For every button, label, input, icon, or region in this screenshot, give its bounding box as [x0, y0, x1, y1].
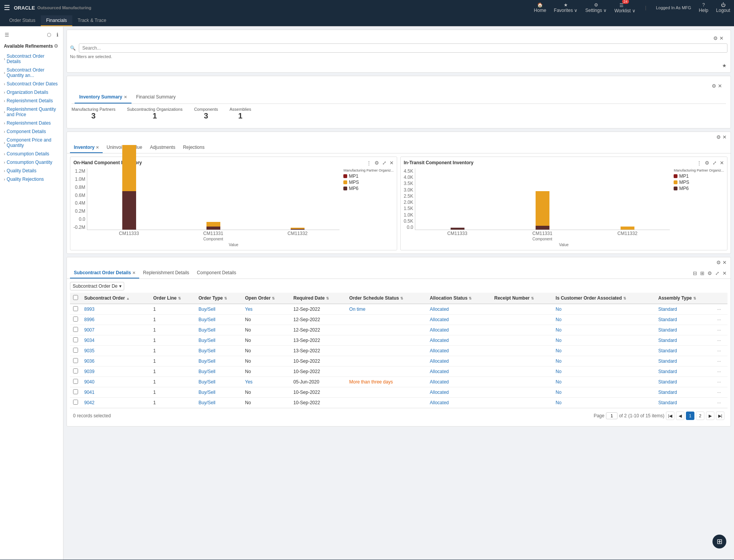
- customer-order-link[interactable]: No: [556, 379, 561, 385]
- row-customer-order[interactable]: No: [553, 377, 655, 387]
- view-select[interactable]: Subcontract Order De ▾: [70, 282, 124, 290]
- allocation-status-link[interactable]: Allocated: [430, 338, 449, 343]
- hamburger-button[interactable]: ☰: [4, 3, 10, 12]
- row-type[interactable]: Buy/Sell: [195, 325, 242, 335]
- row-allocation-status[interactable]: Allocated: [427, 304, 491, 315]
- row-menu-icon[interactable]: ···: [717, 348, 721, 353]
- sidebar-item-quality-rejections[interactable]: › Quality Rejections: [0, 175, 63, 183]
- row-actions[interactable]: ···: [714, 377, 727, 387]
- customer-order-link[interactable]: No: [556, 400, 561, 405]
- order-link[interactable]: 9041: [84, 390, 95, 395]
- tab-financials[interactable]: Financials: [41, 15, 72, 26]
- row-type[interactable]: Buy/Sell: [195, 346, 242, 356]
- row-type[interactable]: Buy/Sell: [195, 335, 242, 346]
- row-checkbox[interactable]: [73, 389, 78, 394]
- order-link[interactable]: 9035: [84, 348, 95, 353]
- row-order[interactable]: 9040: [81, 377, 150, 387]
- inv-tab-close-icon[interactable]: ✕: [96, 145, 99, 150]
- nav-worklist[interactable]: ☰24 Worklist ∨: [614, 2, 636, 13]
- fab-button[interactable]: ⊞: [712, 535, 726, 548]
- page-input[interactable]: [606, 412, 617, 419]
- sidebar-item-subcontract-order-dates[interactable]: › Subcontract Order Dates: [0, 80, 63, 88]
- row-customer-order[interactable]: No: [553, 335, 655, 346]
- assembly-type-link[interactable]: Standard: [658, 379, 677, 385]
- order-type-link[interactable]: Buy/Sell: [198, 307, 215, 312]
- assembly-type-link[interactable]: Standard: [658, 317, 677, 322]
- row-actions[interactable]: ···: [714, 335, 727, 346]
- row-assembly-type[interactable]: Standard: [655, 398, 714, 408]
- detail-tab-close-icon[interactable]: ✕: [132, 271, 135, 275]
- nav-settings[interactable]: ⚙ Settings ∨: [585, 2, 607, 13]
- tab-financial-summary[interactable]: Financial Summary: [131, 91, 180, 103]
- assembly-type-link[interactable]: Standard: [658, 348, 677, 353]
- allocation-status-link[interactable]: Allocated: [430, 327, 449, 333]
- sidebar-item-organization-details[interactable]: › Organization Details: [0, 88, 63, 97]
- select-all-checkbox[interactable]: [73, 295, 78, 300]
- order-link[interactable]: 9034: [84, 338, 95, 343]
- detail-tab-component[interactable]: Component Details: [193, 268, 240, 278]
- row-actions[interactable]: ···: [714, 356, 727, 367]
- row-checkbox[interactable]: [73, 368, 78, 373]
- filter-settings-icon[interactable]: ⚙: [712, 35, 719, 42]
- summary-settings-icon[interactable]: ⚙: [711, 82, 717, 90]
- sidebar-settings-button[interactable]: ⚙: [53, 42, 59, 50]
- col-order-line[interactable]: Order Line ⇅: [150, 293, 196, 304]
- row-assembly-type[interactable]: Standard: [655, 335, 714, 346]
- row-checkbox-cell[interactable]: [70, 335, 81, 346]
- page-2-button[interactable]: 2: [696, 412, 704, 420]
- row-allocation-status[interactable]: Allocated: [427, 315, 491, 325]
- col-allocation-status[interactable]: Allocation Status ⇅: [427, 293, 491, 304]
- order-type-link[interactable]: Buy/Sell: [198, 379, 215, 385]
- table-expand-icon[interactable]: ⤢: [714, 270, 720, 277]
- row-menu-icon[interactable]: ···: [717, 390, 721, 395]
- row-checkbox-cell[interactable]: [70, 398, 81, 408]
- row-allocation-status[interactable]: Allocated: [427, 398, 491, 408]
- allocation-status-link[interactable]: Allocated: [430, 400, 449, 405]
- tab-inventory-summary[interactable]: Inventory Summary ✕: [75, 91, 131, 103]
- row-checkbox-cell[interactable]: [70, 387, 81, 398]
- inv-tab-inventory[interactable]: Inventory ✕: [70, 142, 103, 153]
- col-schedule-status[interactable]: Order Schedule Status ⇅: [346, 293, 427, 304]
- tab-order-status[interactable]: Order Status: [4, 15, 41, 26]
- assembly-type-link[interactable]: Standard: [658, 327, 677, 333]
- customer-order-link[interactable]: No: [556, 327, 561, 333]
- share-button[interactable]: ⬡: [46, 31, 52, 38]
- col-subcontract-order[interactable]: Subcontract Order ▲: [81, 293, 150, 304]
- chart-menu-icon[interactable]: ⋮: [366, 159, 372, 167]
- col-open-order[interactable]: Open Order ⇅: [242, 293, 290, 304]
- sidebar-item-consumption-details[interactable]: › Consumption Details: [0, 150, 63, 158]
- assembly-type-link[interactable]: Standard: [658, 400, 677, 405]
- sidebar-item-replenishment-details[interactable]: › Replenishment Details: [0, 97, 63, 105]
- allocation-status-link[interactable]: Allocated: [430, 348, 449, 353]
- order-type-link[interactable]: Buy/Sell: [198, 369, 215, 374]
- row-allocation-status[interactable]: Allocated: [427, 335, 491, 346]
- order-link[interactable]: 9039: [84, 369, 95, 374]
- row-actions[interactable]: ···: [714, 387, 727, 398]
- row-actions[interactable]: ···: [714, 346, 727, 356]
- customer-order-link[interactable]: No: [556, 358, 561, 364]
- row-assembly-type[interactable]: Standard: [655, 356, 714, 367]
- tab-track-trace[interactable]: Track & Trace: [72, 15, 112, 26]
- collapse-sidebar-button[interactable]: ☰: [4, 31, 10, 38]
- row-order[interactable]: 9041: [81, 387, 150, 398]
- prev-page-button[interactable]: ◀: [676, 412, 684, 420]
- assembly-type-link[interactable]: Standard: [658, 338, 677, 343]
- row-menu-icon[interactable]: ···: [717, 338, 721, 343]
- row-type[interactable]: Buy/Sell: [195, 304, 242, 315]
- row-type[interactable]: Buy/Sell: [195, 387, 242, 398]
- row-allocation-status[interactable]: Allocated: [427, 346, 491, 356]
- row-checkbox-cell[interactable]: [70, 367, 81, 377]
- row-checkbox-cell[interactable]: [70, 377, 81, 387]
- detail-settings-icon[interactable]: ⚙: [716, 259, 722, 266]
- row-type[interactable]: Buy/Sell: [195, 398, 242, 408]
- col-receipt-number[interactable]: Receipt Number ⇅: [491, 293, 553, 304]
- row-order[interactable]: 9042: [81, 398, 150, 408]
- row-checkbox-cell[interactable]: [70, 356, 81, 367]
- order-link[interactable]: 8996: [84, 317, 95, 322]
- col-required-date[interactable]: Required Date ⇅: [290, 293, 346, 304]
- row-actions[interactable]: ···: [714, 325, 727, 335]
- order-link[interactable]: 9042: [84, 400, 95, 405]
- row-order[interactable]: 9039: [81, 367, 150, 377]
- inventory-close-icon[interactable]: ✕: [722, 133, 727, 141]
- row-checkbox-cell[interactable]: [70, 315, 81, 325]
